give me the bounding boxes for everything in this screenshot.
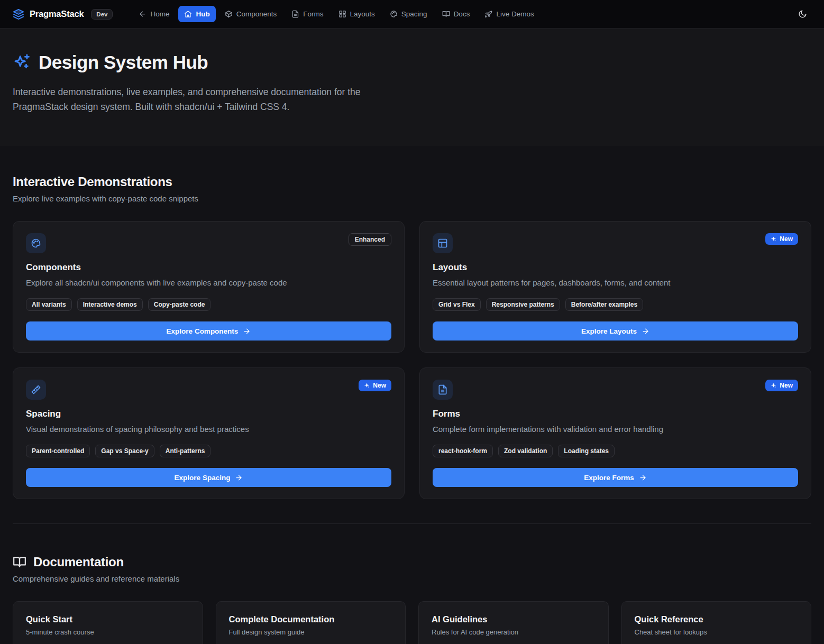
badge-label: New: [780, 235, 793, 243]
nav-item-label: Home: [150, 10, 169, 18]
main-content: Interactive Demonstrations Explore live …: [0, 146, 824, 644]
new-badge: New: [765, 380, 798, 391]
hero-section: Design System Hub Interactive demonstrat…: [0, 29, 824, 146]
doc-card-quick-start[interactable]: Quick Start 5-minute crash course: [13, 601, 203, 644]
sparkle-icon: [364, 383, 370, 389]
docs-cards-grid: Quick Start 5-minute crash course Comple…: [13, 601, 811, 644]
sparkles-icon: [13, 53, 31, 71]
nav-item-label: Spacing: [401, 10, 427, 18]
tag: Parent-controlled: [26, 445, 90, 457]
doc-card-ai-guidelines[interactable]: AI Guidelines Rules for AI code generati…: [418, 601, 609, 644]
nav-item-layouts[interactable]: Layouts: [333, 6, 381, 22]
navbar-actions: [794, 5, 811, 23]
main-nav: Home Hub Components Forms Layouts: [133, 6, 539, 22]
doc-card-title: Complete Documentation: [229, 614, 393, 624]
layout-panel-icon: [433, 233, 453, 253]
nav-item-forms[interactable]: Forms: [286, 6, 329, 22]
page-title: Design System Hub: [39, 52, 208, 73]
new-badge: New: [765, 233, 798, 245]
grid-icon: [338, 10, 346, 18]
layers-logo-icon: [13, 8, 24, 20]
cta-label: Explore Spacing: [175, 474, 231, 482]
cta-label: Explore Forms: [584, 474, 634, 482]
explore-components-button[interactable]: Explore Components: [26, 321, 391, 341]
arrow-right-icon: [235, 474, 243, 482]
card-description: Essential layout patterns for pages, das…: [433, 277, 798, 289]
nav-item-docs[interactable]: Docs: [436, 6, 476, 22]
doc-card-description: Cheat sheet for lookups: [635, 628, 799, 636]
card-title: Forms: [433, 409, 798, 419]
tag: All variants: [26, 298, 72, 311]
docs-subheading: Comprehensive guides and reference mater…: [13, 574, 811, 583]
explore-spacing-button[interactable]: Explore Spacing: [26, 468, 391, 487]
arrow-right-icon: [243, 327, 251, 335]
tag: Responsive patterns: [486, 298, 560, 311]
arrow-right-icon: [639, 474, 647, 482]
arrow-left-icon: [139, 10, 147, 18]
card-title: Layouts: [433, 262, 798, 273]
nav-item-live-demos[interactable]: Live Demos: [479, 6, 539, 22]
nav-item-label: Layouts: [350, 10, 375, 18]
tag: Anti-patterns: [160, 445, 211, 457]
tag-row: Parent-controlled Gap vs Space-y Anti-pa…: [26, 445, 391, 457]
tag-row: All variants Interactive demos Copy-past…: [26, 298, 391, 311]
doc-card-title: Quick Start: [26, 614, 190, 624]
docs-section: Documentation Comprehensive guides and r…: [13, 524, 811, 644]
file-text-icon: [433, 380, 453, 400]
top-navbar: PragmaStack Dev Home Hub Components Fo: [0, 0, 824, 29]
nav-item-spacing[interactable]: Spacing: [384, 6, 433, 22]
explore-forms-button[interactable]: Explore Forms: [433, 468, 798, 487]
home-icon: [184, 10, 192, 18]
brand-logo-link[interactable]: PragmaStack Dev: [13, 8, 113, 20]
card-description: Explore all shadcn/ui components with li…: [26, 277, 391, 289]
demo-card-forms: New Forms Complete form implementations …: [419, 367, 811, 499]
nav-item-label: Hub: [196, 10, 209, 18]
book-open-icon: [442, 10, 450, 18]
box-icon: [225, 10, 233, 18]
doc-card-quick-reference[interactable]: Quick Reference Cheat sheet for lookups: [621, 601, 812, 644]
palette-icon: [26, 233, 46, 253]
explore-layouts-button[interactable]: Explore Layouts: [433, 321, 798, 341]
demos-subheading: Explore live examples with copy-paste co…: [13, 194, 811, 203]
cta-label: Explore Components: [167, 327, 239, 335]
tag: react-hook-form: [433, 445, 493, 457]
moon-icon: [798, 10, 807, 19]
page-subtitle: Interactive demonstrations, live example…: [13, 85, 410, 114]
tag: Copy-paste code: [148, 298, 211, 311]
tag: Grid vs Flex: [433, 298, 481, 311]
nav-item-label: Forms: [303, 10, 323, 18]
doc-card-title: Quick Reference: [635, 614, 799, 624]
card-description: Visual demonstrations of spacing philoso…: [26, 424, 391, 435]
env-badge: Dev: [91, 9, 113, 20]
demo-card-components: Enhanced Components Explore all shadcn/u…: [13, 221, 405, 353]
doc-card-complete-documentation[interactable]: Complete Documentation Full design syste…: [216, 601, 406, 644]
nav-item-label: Docs: [454, 10, 470, 18]
doc-card-title: AI Guidelines: [432, 614, 596, 624]
theme-toggle-button[interactable]: [794, 5, 811, 23]
demo-cards-grid: Enhanced Components Explore all shadcn/u…: [13, 221, 811, 499]
tag: Before/after examples: [565, 298, 643, 311]
card-description: Complete form implementations with valid…: [433, 424, 798, 435]
nav-item-hub[interactable]: Hub: [178, 6, 215, 22]
tag-row: react-hook-form Zod validation Loading s…: [433, 445, 798, 457]
rocket-icon: [484, 10, 492, 18]
tag: Zod validation: [498, 445, 553, 457]
card-title: Spacing: [26, 409, 391, 419]
tag: Loading states: [558, 445, 615, 457]
nav-item-components[interactable]: Components: [219, 6, 283, 22]
doc-card-description: Rules for AI code generation: [432, 628, 596, 636]
tag-row: Grid vs Flex Responsive patterns Before/…: [433, 298, 798, 311]
tag: Interactive demos: [77, 298, 143, 311]
cta-label: Explore Layouts: [581, 327, 637, 335]
arrow-right-icon: [642, 327, 649, 335]
doc-card-description: 5-minute crash course: [26, 628, 190, 636]
docs-heading: Documentation: [33, 555, 124, 569]
badge-label: New: [373, 382, 386, 389]
nav-item-home[interactable]: Home: [133, 6, 175, 22]
badge-label: New: [780, 382, 793, 389]
file-text-icon: [291, 10, 299, 18]
tag: Gap vs Space-y: [95, 445, 154, 457]
nav-item-label: Live Demos: [496, 10, 534, 18]
sparkle-icon: [771, 383, 776, 389]
demo-card-spacing: New Spacing Visual demonstrations of spa…: [13, 367, 405, 499]
